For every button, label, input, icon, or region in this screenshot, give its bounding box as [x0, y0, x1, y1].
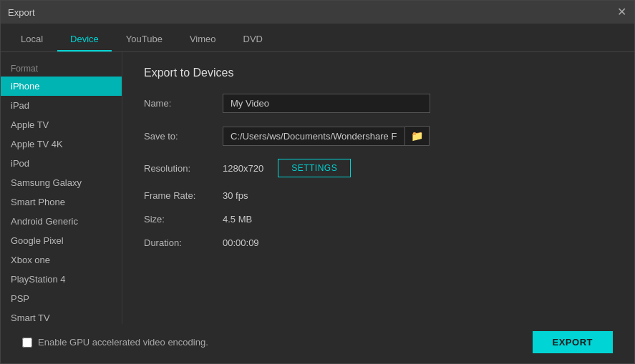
tab-youtube[interactable]: YouTube [113, 28, 175, 51]
frame-rate-row: Frame Rate: 30 fps [144, 190, 613, 201]
tab-dvd[interactable]: DVD [231, 28, 276, 51]
resolution-value: 1280x720 [223, 163, 263, 174]
sidebar-item-ps4[interactable]: PlayStation 4 [1, 270, 122, 289]
save-to-label: Save to: [144, 131, 223, 142]
sidebar-item-appletv4k[interactable]: Apple TV 4K [1, 134, 122, 154]
gpu-label: Enable GPU accelerated video encoding. [38, 337, 208, 348]
export-window: Export ✕ Local Device YouTube Vimeo DVD … [0, 0, 635, 364]
name-label: Name: [144, 98, 223, 109]
resolution-values: 1280x720 SETTINGS [223, 159, 351, 177]
export-devices-title: Export to Devices [144, 67, 613, 79]
sidebar-item-smartphone[interactable]: Smart Phone [1, 192, 122, 212]
tab-device[interactable]: Device [57, 28, 112, 51]
sidebar: Format iPhone iPad Apple TV Apple TV 4K … [1, 52, 122, 324]
save-to-input[interactable] [223, 127, 405, 146]
main-panel: Export to Devices Name: Save to: 📁 Resol… [122, 52, 634, 324]
sidebar-item-iphone[interactable]: iPhone [1, 77, 122, 96]
duration-value: 00:00:09 [223, 237, 259, 248]
frame-rate-value: 30 fps [223, 190, 248, 201]
sidebar-item-appletv[interactable]: Apple TV [1, 115, 122, 134]
title-bar: Export ✕ [1, 1, 634, 24]
resolution-row: Resolution: 1280x720 SETTINGS [144, 159, 613, 177]
sidebar-section-format: Format [1, 59, 122, 77]
name-input[interactable] [223, 94, 430, 113]
path-row: 📁 [223, 126, 430, 146]
window-title: Export [8, 7, 35, 18]
duration-row: Duration: 00:00:09 [144, 237, 613, 248]
save-to-row: Save to: 📁 [144, 126, 613, 146]
sidebar-item-ipad[interactable]: iPad [1, 96, 122, 115]
close-button[interactable]: ✕ [616, 6, 627, 18]
footer: Enable GPU accelerated video encoding. E… [1, 324, 634, 363]
size-label: Size: [144, 214, 223, 225]
settings-button[interactable]: SETTINGS [278, 159, 351, 177]
sidebar-item-ipod[interactable]: iPod [1, 154, 122, 173]
resolution-label: Resolution: [144, 163, 223, 174]
sidebar-item-googlepixel[interactable]: Google Pixel [1, 231, 122, 250]
sidebar-item-xboxone[interactable]: Xbox one [1, 250, 122, 270]
gpu-row: Enable GPU accelerated video encoding. [22, 337, 208, 348]
size-value: 4.5 MB [223, 214, 252, 225]
browse-folder-button[interactable]: 📁 [405, 126, 430, 146]
sidebar-item-android[interactable]: Android Generic [1, 212, 122, 231]
duration-label: Duration: [144, 237, 223, 248]
size-row: Size: 4.5 MB [144, 214, 613, 225]
frame-rate-label: Frame Rate: [144, 190, 223, 201]
tab-local[interactable]: Local [8, 28, 56, 51]
gpu-checkbox[interactable] [22, 338, 32, 348]
sidebar-item-psp[interactable]: PSP [1, 289, 122, 308]
sidebar-item-samsung[interactable]: Samsung Galaxy [1, 173, 122, 192]
tab-bar: Local Device YouTube Vimeo DVD [1, 24, 634, 52]
export-button[interactable]: EXPORT [533, 331, 613, 353]
name-row: Name: [144, 94, 613, 113]
content-area: Format iPhone iPad Apple TV Apple TV 4K … [1, 52, 634, 324]
tab-vimeo[interactable]: Vimeo [177, 28, 229, 51]
sidebar-item-smarttv[interactable]: Smart TV [1, 308, 122, 324]
